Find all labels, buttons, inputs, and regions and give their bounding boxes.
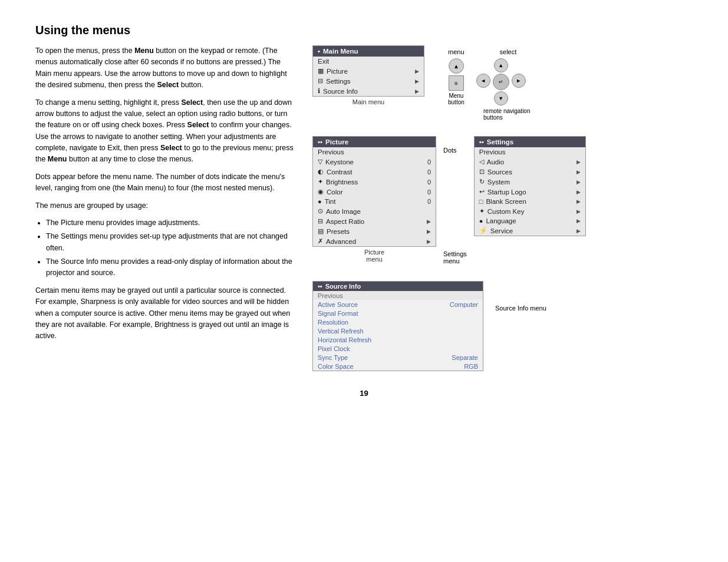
presets-arrow: ▶ [427, 229, 431, 234]
sourceinfo-arrow: ▶ [415, 88, 419, 94]
picture-prev: Previous [313, 147, 436, 157]
picture-label: Picture [327, 68, 348, 75]
advanced-label: Advanced [326, 238, 356, 245]
settings-dots: •• [479, 138, 484, 146]
main-menu-dot: • [318, 48, 320, 55]
sources-icon: ⊡ [479, 168, 485, 176]
source-info-caption: Source Info menu [495, 305, 546, 312]
up-button: ▲ [449, 58, 464, 74]
nav-down: ▼ [494, 91, 508, 105]
para-5: Certain menu items may be grayed out unt… [35, 285, 295, 342]
si-dots: •• [318, 283, 322, 290]
picture-arrow: ▶ [415, 68, 419, 74]
menu-button-group: ▲ ≡ Menubutton [448, 58, 465, 105]
mid-row: ≡ [449, 75, 464, 91]
nav-mid: ◄ ↵ ► [476, 74, 526, 90]
autoimage-label: Auto Image [326, 208, 361, 215]
settings-arrow: ▶ [415, 78, 419, 84]
blankscreen-arrow: ▶ [577, 199, 581, 204]
tint-value: 0 [427, 198, 431, 205]
sourceinfo-label: Source Info [323, 88, 358, 95]
sourceinfo-icon: ℹ [318, 87, 320, 95]
nav-right: ► [512, 74, 526, 88]
sources-arrow: ▶ [577, 169, 581, 175]
si-synctype: Sync Type Separate [313, 353, 483, 362]
bullet-3: The Source Info menu provides a read-onl… [46, 256, 295, 279]
main-menu-box: • Main Menu Exit ▦ Picture ▶ [312, 45, 424, 97]
main-menu-title: • Main Menu [313, 46, 424, 57]
remote-nav-label: remote navigationbuttons [483, 108, 531, 121]
si-prev: Previous [313, 291, 483, 300]
language-arrow: ▶ [577, 218, 581, 224]
si-horizrefresh-label: Horizontal Refresh [318, 336, 371, 343]
settings-prev: Previous [475, 147, 585, 157]
service-label: Service [490, 227, 513, 234]
si-vertrefresh-label: Vertical Refresh [318, 328, 364, 335]
picture-tint: ● Tint 0 [313, 197, 436, 206]
nav-left: ◄ [476, 74, 490, 88]
menu-rect-button: ≡ [449, 75, 464, 91]
si-activesource: Active Source Computer [313, 300, 483, 309]
picture-presets: ▤ Presets ▶ [313, 226, 436, 236]
advanced-icon: ✗ [318, 237, 323, 245]
si-activesource-label: Active Source [318, 301, 358, 308]
system-label: System [487, 178, 510, 186]
language-label: Language [486, 217, 516, 224]
left-text-column: To open the menus, press the Menu button… [35, 45, 295, 371]
settings-startuplogo: ↩ Startup Logo ▶ [475, 187, 585, 197]
keystone-label: Keystone [325, 158, 354, 166]
si-colorspace-label: Color Space [318, 363, 354, 370]
main-menu-picture: ▦ Picture ▶ [313, 66, 424, 76]
keystone-icon: ▽ [318, 158, 322, 166]
source-info-diagram: •• Source Info Previous Active Source Co… [312, 281, 483, 371]
settings-menu-title: •• Settings [475, 137, 585, 147]
settings-menu-diagram: •• Settings Previous ◁ Audio ▶ [474, 136, 586, 236]
settings-icon: ⊟ [318, 77, 323, 85]
si-title: •• Source Info [313, 282, 483, 291]
menu-button-label: Menubutton [448, 92, 465, 105]
para-2: To change a menu setting, highlight it, … [35, 97, 295, 166]
audio-icon: ◁ [479, 158, 484, 166]
para-1: To open the menus, press the Menu button… [35, 45, 295, 91]
picture-menu-diagram: •• Picture Previous ▽ Keystone 0 [312, 136, 436, 263]
brightness-value: 0 [427, 178, 431, 186]
bullet-1: The Picture menu provides image adjustme… [46, 217, 295, 229]
picture-autoimage: ⊙ Auto Image [313, 206, 436, 216]
para-4: The menus are grouped by usage: [35, 200, 295, 211]
presets-label: Presets [327, 228, 350, 235]
picture-aspectratio: ⊟ Aspect Ratio ▶ [313, 216, 436, 226]
keystone-value: 0 [427, 158, 431, 166]
settings-label: Settings [326, 78, 351, 85]
si-signalformat-label: Signal Format [318, 310, 358, 317]
si-pixelclock-label: Pixel Clock [318, 345, 350, 352]
customkey-icon: ✦ [479, 207, 485, 215]
side-labels: Dots Settingsmenu [443, 147, 467, 265]
brightness-label: Brightness [326, 178, 358, 186]
startuplogo-arrow: ▶ [577, 189, 581, 195]
settings-prev-label: Previous [479, 148, 506, 156]
sources-label: Sources [487, 168, 512, 176]
source-info-box: •• Source Info Previous Active Source Co… [312, 281, 483, 371]
middle-row: •• Picture Previous ▽ Keystone 0 [312, 136, 693, 265]
picture-color: ◉ Color 0 [313, 187, 436, 197]
nav-diagram: menu select ▲ ≡ Menubutton ▲ [448, 48, 531, 121]
si-resolution: Resolution [313, 318, 483, 326]
color-icon: ◉ [318, 188, 324, 196]
si-synctype-label: Sync Type [318, 354, 348, 361]
menu-label: menu [448, 48, 465, 55]
arrow-cluster: ▲ ◄ ↵ ► ▼ [476, 58, 526, 105]
si-title-label: Source Info [325, 283, 361, 290]
audio-label: Audio [487, 158, 504, 166]
top-row: • Main Menu Exit ▦ Picture ▶ [312, 45, 693, 121]
settings-title-label: Settings [487, 138, 513, 146]
page-heading: Using the menus [35, 24, 693, 37]
contrast-icon: ◐ [318, 168, 324, 176]
right-diagrams: • Main Menu Exit ▦ Picture ▶ [312, 45, 693, 371]
para-3: Dots appear before the menu name. The nu… [35, 171, 295, 194]
main-menu-caption: Main menu [312, 98, 424, 105]
aspect-icon: ⊟ [318, 217, 323, 225]
picture-contrast: ◐ Contrast 0 [313, 167, 436, 177]
picture-keystone: ▽ Keystone 0 [313, 157, 436, 167]
si-activesource-value: Computer [450, 301, 478, 308]
aspect-label: Aspect Ratio [326, 218, 364, 225]
